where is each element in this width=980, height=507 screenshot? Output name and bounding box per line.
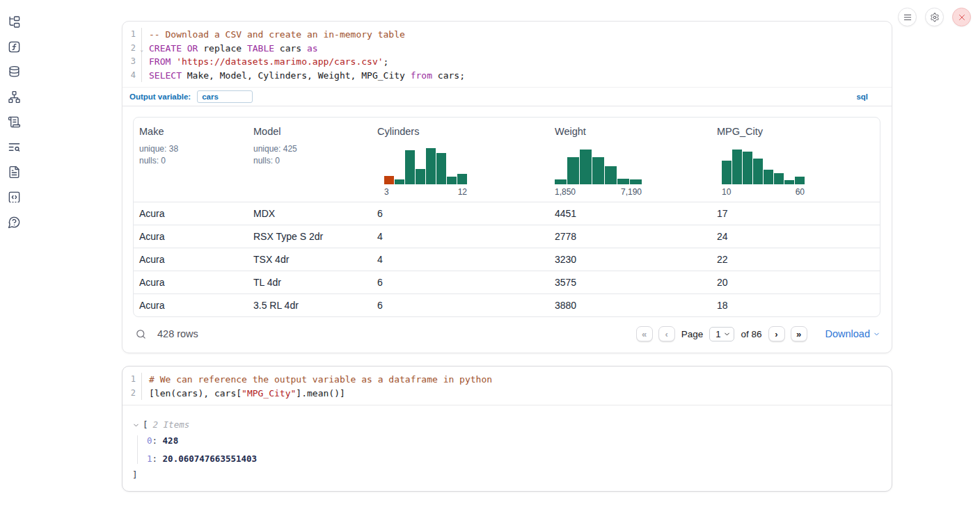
column-header-weight[interactable]: Weight1,8507,190 — [549, 118, 711, 202]
tree-entries: 0: 4281: 20.060747663551403 — [137, 435, 892, 464]
code-line[interactable]: 3FROM 'https://datasets.marimo.app/cars.… — [122, 55, 892, 69]
sidebar — [8, 15, 21, 229]
histogram-bar — [436, 153, 446, 184]
open-bracket: [ — [143, 419, 148, 430]
code-token: ; — [384, 56, 389, 67]
next-page-button[interactable]: › — [768, 326, 785, 341]
axis-min-label: 3 — [384, 187, 389, 197]
last-page-button[interactable]: » — [791, 326, 807, 341]
code-text[interactable]: FROM 'https://datasets.marimo.app/cars.c… — [142, 56, 388, 67]
table-cell: Acura — [134, 277, 248, 288]
axis-min-label: 10 — [722, 187, 731, 197]
entry-colon: : — [152, 435, 163, 446]
code-token: [len(cars), cars[ — [149, 388, 242, 399]
column-histogram: 1060 — [722, 148, 874, 197]
page-total-label: of 86 — [741, 329, 761, 339]
help-icon[interactable] — [8, 216, 21, 229]
tree-entry: 0: 428 — [147, 435, 892, 446]
table-footer: 428 rows « ‹ Page 1 of 86 › » Download — [122, 317, 892, 353]
histogram-bar — [774, 173, 784, 184]
table-cell: Acura — [134, 254, 248, 265]
python-code-editor[interactable]: 1# We can reference the output variable … — [122, 367, 892, 405]
shutdown-button[interactable] — [952, 8, 971, 26]
page-label: Page — [681, 329, 704, 339]
table-cell: Acura — [134, 231, 248, 242]
result-table: Makeunique: 38nulls: 0Modelunique: 425nu… — [133, 117, 880, 317]
column-stats: unique: 425nulls: 0 — [253, 143, 366, 166]
histogram-bar — [580, 150, 592, 184]
row-count: 428 rows — [157, 328, 198, 339]
menu-button[interactable] — [898, 8, 917, 26]
code-token: TABLE — [247, 43, 274, 54]
code-token: "MPG_City" — [242, 388, 296, 399]
file-text-icon[interactable] — [8, 166, 21, 179]
code-token — [182, 43, 187, 54]
code-text[interactable]: [len(cars), cars["MPG_City"].mean()] — [142, 388, 345, 399]
code-token: cars; — [432, 70, 465, 81]
histogram-bar — [617, 179, 629, 184]
code-text[interactable]: -- Download a CSV and create an in-memor… — [142, 29, 405, 40]
code-line[interactable]: 1-- Download a CSV and create an in-memo… — [122, 28, 892, 42]
code-line[interactable]: 2[len(cars), cars["MPG_City"].mean()] — [122, 387, 892, 401]
histogram-bar — [784, 180, 794, 184]
code-line[interactable]: 2⌄CREATE OR replace TABLE cars as — [122, 42, 892, 56]
stat-line: unique: 38 — [139, 143, 242, 155]
first-page-button[interactable]: « — [636, 326, 653, 341]
code-line[interactable]: 1# We can reference the output variable … — [122, 373, 892, 387]
histogram-bar — [743, 152, 752, 184]
collapse-chevron-icon[interactable] — [132, 421, 140, 428]
code-token: CREATE — [149, 43, 182, 54]
column-header-model[interactable]: Modelunique: 425nulls: 0 — [248, 118, 372, 202]
histogram-bar — [447, 177, 457, 184]
stat-line: nulls: 0 — [139, 155, 242, 167]
pagination: « ‹ Page 1 of 86 › » Download — [636, 326, 880, 341]
table-row: AcuraTSX 4dr4323022 — [134, 248, 880, 271]
code-text[interactable]: SELECT Make, Model, Cylinders, Weight, M… — [142, 70, 465, 81]
fold-chevron-icon[interactable]: ⌄ — [140, 47, 143, 53]
output-variable-label: Output variable: — [129, 92, 191, 101]
column-histogram: 312 — [384, 148, 544, 197]
function-square-icon[interactable] — [8, 40, 21, 54]
table-cell: TSX 4dr — [248, 254, 372, 265]
column-name: MPG_City — [717, 126, 874, 137]
snippets-code-icon[interactable] — [8, 191, 21, 204]
code-text[interactable]: CREATE OR replace TABLE cars as — [142, 43, 318, 54]
file-tree-icon[interactable] — [8, 15, 21, 29]
table-cell: 3575 — [549, 277, 711, 288]
sql-code-editor[interactable]: 1-- Download a CSV and create an in-memo… — [122, 22, 892, 87]
histogram-axis: 1,8507,190 — [555, 187, 642, 197]
page-select[interactable]: 1 — [709, 327, 734, 341]
column-header-mpg_city[interactable]: MPG_City1060 — [711, 118, 880, 202]
code-token: -- Download a CSV and create an in-memor… — [149, 29, 405, 40]
code-text[interactable]: # We can reference the output variable a… — [142, 374, 492, 385]
column-name: Model — [253, 126, 366, 137]
prev-page-button[interactable]: ‹ — [658, 326, 675, 341]
table-cell: RSX Type S 2dr — [248, 231, 372, 242]
column-header-make[interactable]: Makeunique: 38nulls: 0 — [134, 118, 248, 202]
entry-key: 0 — [147, 435, 152, 446]
scroll-text-icon[interactable] — [8, 115, 21, 129]
histogram-bar — [567, 157, 579, 184]
column-header-cylinders[interactable]: Cylinders312 — [372, 118, 549, 202]
output-variable-input[interactable] — [197, 90, 253, 103]
code-line[interactable]: 4SELECT Make, Model, Cylinders, Weight, … — [122, 69, 892, 83]
entry-key: 1 — [147, 453, 152, 464]
table-row: AcuraRSX Type S 2dr4277824 — [134, 225, 880, 248]
database-icon[interactable] — [8, 65, 21, 79]
settings-button[interactable] — [925, 8, 944, 26]
axis-max-label: 12 — [458, 187, 467, 197]
search-icon[interactable] — [135, 328, 147, 340]
histogram-bars — [722, 148, 805, 184]
page-select-value: 1 — [716, 329, 720, 339]
table-cell: Acura — [134, 208, 248, 219]
code-token — [171, 56, 176, 67]
tree-entry: 1: 20.060747663551403 — [147, 453, 892, 464]
axis-max-label: 60 — [796, 187, 805, 197]
table-cell: 2778 — [549, 231, 711, 242]
notebook: 1-- Download a CSV and create an in-memo… — [122, 21, 892, 492]
text-search-icon[interactable] — [8, 140, 21, 154]
code-token: # We can reference the output variable a… — [149, 374, 492, 385]
dependency-graph-icon[interactable] — [8, 90, 21, 104]
code-token: 'https://datasets.marimo.app/cars.csv' — [176, 56, 383, 67]
download-button[interactable]: Download — [825, 328, 881, 339]
